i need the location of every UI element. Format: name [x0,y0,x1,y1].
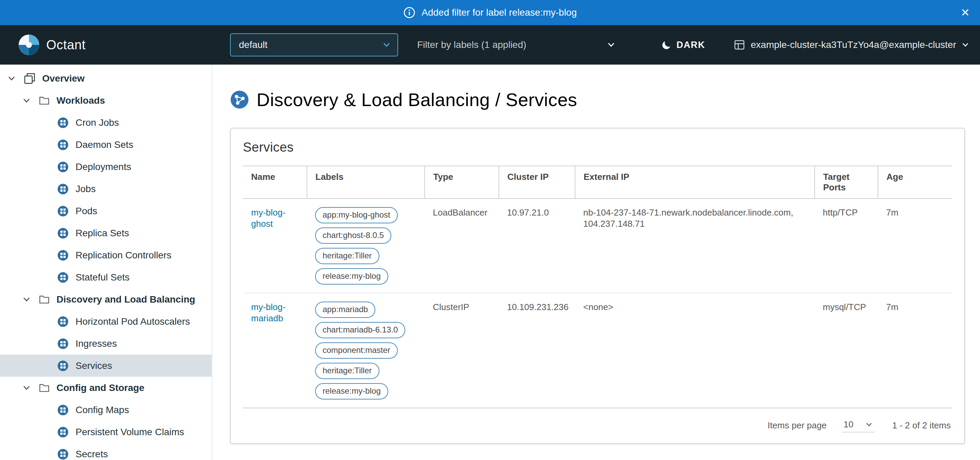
folder-icon [39,294,50,305]
namespace-select[interactable]: default [230,33,398,56]
sidebar-item-replication-controllers[interactable]: Replication Controllers [0,244,212,266]
sidebar-item-daemon-sets[interactable]: Daemon Sets [0,133,212,156]
cluster-name: example-cluster-ka3TuTzYo4a@example-clus… [751,40,956,50]
labels-group: app:my-blog-ghost chart:ghost-8.0.5 heri… [315,207,417,285]
folder-icon [39,382,50,393]
sidebar-item-horizontal-pod-autoscalers[interactable]: Horizontal Pod Autoscalers [0,311,212,333]
labels-group: app:mariadb chart:mariadb-6.13.0 compone… [315,301,417,400]
label-pill[interactable]: app:my-blog-ghost [315,207,398,224]
sidebar-item-label: Secrets [76,449,108,460]
pagination-range: 1 - 2 of 2 items [892,420,951,431]
label-pill[interactable]: heritage:Tiller [315,248,379,264]
sidebar-item-deployments[interactable]: Deployments [0,156,212,178]
sidebar-item-persistent-volume-claims[interactable]: Persistent Volume Claims [0,421,212,443]
sidebar-item-ingresses[interactable]: Ingresses [0,333,212,355]
services-table: Name Labels Type Cluster IP External IP … [243,166,952,408]
sidebar-item-jobs[interactable]: Jobs [0,178,212,200]
main-content: Discovery & Load Balancing / Services Se… [212,65,980,460]
sidebar-group-discovery-and-load-balancing[interactable]: Discovery and Load Balancing [0,288,212,311]
label-pill[interactable]: release:my-blog [315,383,388,400]
services-card: Services Name Labels Type Cluster IP Ext… [230,128,965,444]
chevron-down-icon [607,41,615,49]
page-title-row: Discovery & Load Balancing / Services [230,89,980,110]
label-pill[interactable]: chart:mariadb-6.13.0 [315,322,405,338]
sidebar-group-config-and-storage[interactable]: Config and Storage [0,377,212,399]
sidebar-item-cron-jobs[interactable]: Cron Jobs [0,111,212,133]
octant-app: Added filter for label release:my-blog ✕… [0,0,980,460]
column-header-external-ip: External IP [575,166,815,198]
chevron-down-icon [962,41,969,49]
label-pill[interactable]: release:my-blog [315,268,388,285]
sidebar-item-stateful-sets[interactable]: Stateful Sets [0,266,212,288]
cluster-select[interactable]: example-cluster-ka3TuTzYo4a@example-clus… [733,39,969,51]
sidebar-item-label: Services [76,360,112,371]
sidebar-item-services[interactable]: Services [0,355,212,377]
service-type: LoadBalancer [425,198,499,293]
items-per-page-select[interactable]: 10 [842,419,875,433]
daemon-sets-icon [57,139,69,151]
age: 7m [878,293,952,408]
sidebar: Overview Workloads Cron Jobs Daemon Sets… [0,65,212,460]
chevron-down-icon [8,75,16,82]
theme-toggle-label: DARK [676,40,705,50]
brand: Octant [0,34,211,56]
cluster-ip: 10.97.21.0 [499,198,575,293]
column-header-labels: Labels [307,166,425,198]
service-link[interactable]: my-blog-mariadb [251,302,285,323]
pods-icon [57,205,69,217]
sidebar-item-secrets[interactable]: Secrets [0,443,212,460]
external-ip: nb-104-237-148-71.newark.nodebalancer.li… [575,198,815,293]
stateful-sets-icon [57,272,69,283]
column-header-cluster-ip: Cluster IP [499,166,575,198]
label-pill[interactable]: chart:ghost-8.0.5 [315,227,391,244]
label-pill[interactable]: component:master [315,343,398,358]
theme-toggle-button[interactable]: DARK [662,40,705,50]
table-row: my-blog-ghost app:my-blog-ghost chart:gh… [243,198,952,293]
sidebar-item-label: Cron Jobs [76,117,119,128]
moon-icon [662,40,672,50]
chevron-down-icon [22,97,30,105]
sidebar-group-label: Config and Storage [56,382,144,393]
column-header-name: Name [243,166,307,198]
chevron-down-icon [22,384,30,392]
sidebar-item-config-maps[interactable]: Config Maps [0,399,212,421]
chevron-down-icon [382,41,391,49]
page-title: Discovery & Load Balancing / Services [256,89,577,110]
external-ip: <none> [575,293,815,408]
sidebar-group-workloads[interactable]: Workloads [0,89,212,111]
replica-sets-icon [57,227,69,239]
sidebar-item-label: Pods [76,206,97,217]
sidebar-group-label: Workloads [56,95,105,106]
column-header-age: Age [878,166,952,198]
label-filter-select[interactable]: Filter by labels (1 applied) [417,40,618,50]
ingresses-icon [57,338,69,349]
jobs-icon [57,183,69,195]
label-pill[interactable]: app:mariadb [315,301,375,318]
sidebar-item-label: Config Maps [76,404,129,416]
chevron-down-icon [22,295,30,304]
sidebar-item-label: Persistent Volume Claims [76,427,184,438]
sidebar-item-label: Deployments [76,162,131,172]
column-header-type: Type [425,166,499,198]
label-pill[interactable]: heritage:Tiller [315,363,379,379]
discovery-load-balancing-icon [230,90,249,109]
horizontal-pod-autoscalers-icon [57,316,69,327]
close-notification-icon[interactable]: ✕ [961,7,970,18]
sidebar-item-label: Ingresses [76,338,117,349]
service-link[interactable]: my-blog-ghost [251,208,285,229]
sidebar-item-replica-sets[interactable]: Replica Sets [0,222,212,244]
service-type: ClusterIP [425,293,499,408]
sidebar-item-label: Replica Sets [76,228,129,239]
info-icon [403,6,415,19]
sidebar-item-overview[interactable]: Overview [0,67,212,89]
sidebar-item-label: Overview [42,73,85,84]
table-header-row: Name Labels Type Cluster IP External IP … [243,166,952,198]
persistent-volume-claims-icon [57,426,69,438]
sidebar-item-label: Replication Controllers [76,250,172,261]
notification-bar: Added filter for label release:my-blog ✕ [0,0,980,25]
column-header-target-ports: Target Ports [815,166,878,198]
secrets-icon [57,449,69,460]
sidebar-item-label: Jobs [76,184,95,195]
sidebar-item-pods[interactable]: Pods [0,200,212,222]
sidebar-item-label: Stateful Sets [76,272,130,283]
